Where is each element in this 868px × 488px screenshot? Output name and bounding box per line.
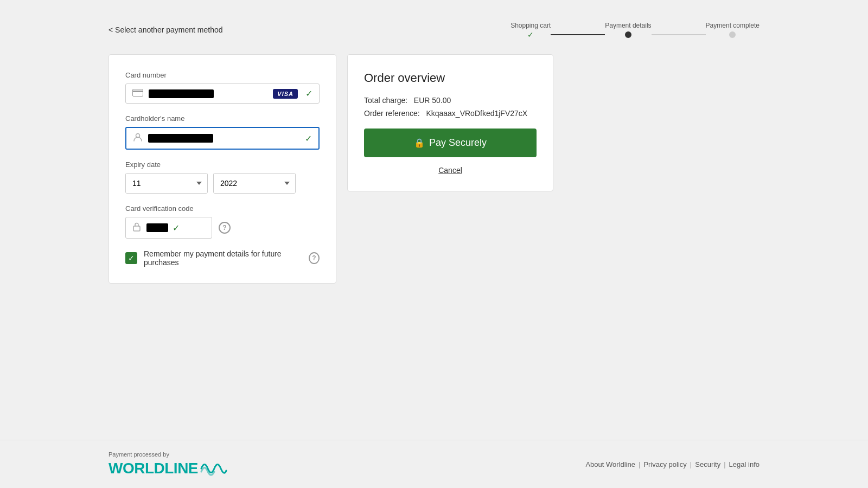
step-shopping-cart-indicator: ✓ bbox=[527, 31, 534, 38]
expiry-row: 01 02 03 04 05 06 07 08 09 10 11 12 bbox=[125, 173, 320, 194]
footer-separator-1: | bbox=[639, 460, 640, 468]
card-icon bbox=[132, 89, 143, 99]
person-icon bbox=[133, 132, 143, 144]
footer-link-security[interactable]: Security bbox=[695, 460, 720, 468]
checkbox-checkmark: ✓ bbox=[128, 254, 135, 262]
pay-securely-button[interactable]: 🔒 Pay Securely bbox=[364, 129, 537, 157]
order-total-label: Total charge: bbox=[364, 96, 407, 105]
top-navigation: < Select another payment method Shopping… bbox=[108, 22, 760, 38]
order-total-row: Total charge: EUR 50.00 bbox=[364, 96, 537, 105]
pay-lock-icon: 🔒 bbox=[414, 138, 425, 148]
order-reference-value: Kkqaaax_VRoDfked1jFV27cX bbox=[426, 109, 527, 118]
footer: Payment processed by WORLDLINE About Wor… bbox=[0, 440, 868, 488]
step-payment-complete-label: Payment complete bbox=[706, 22, 760, 29]
cardholder-label: Cardholder's name bbox=[125, 114, 320, 123]
cancel-link[interactable]: Cancel bbox=[364, 166, 537, 175]
remember-label: Remember my payment details for future p… bbox=[144, 249, 302, 267]
step-shopping-cart-label: Shopping cart bbox=[510, 22, 551, 29]
footer-link-privacy[interactable]: Privacy policy bbox=[643, 460, 686, 468]
card-number-group: Card number VISA ✓ bbox=[125, 71, 320, 104]
step-payment-details-indicator bbox=[625, 31, 631, 38]
footer-link-about[interactable]: About Worldline bbox=[585, 460, 635, 468]
worldline-text: WORLDLINE bbox=[108, 460, 198, 477]
lock-icon bbox=[132, 222, 141, 234]
cardholder-group: Cardholder's name ✓ bbox=[125, 114, 320, 150]
footer-separator-2: | bbox=[690, 460, 692, 468]
footer-link-legal[interactable]: Legal info bbox=[729, 460, 760, 468]
expiry-group: Expiry date 01 02 03 04 05 06 07 08 09 bbox=[125, 160, 320, 194]
svg-rect-0 bbox=[133, 89, 143, 96]
card-number-check-icon: ✓ bbox=[305, 88, 312, 99]
payment-form: Card number VISA ✓ Cardholder's bbox=[108, 54, 336, 284]
svg-rect-3 bbox=[133, 226, 140, 231]
remember-checkbox[interactable]: ✓ bbox=[125, 252, 137, 264]
cvv-check-icon: ✓ bbox=[173, 223, 180, 233]
step-line-2 bbox=[652, 34, 706, 35]
order-overview: Order overview Total charge: EUR 50.00 O… bbox=[347, 54, 553, 191]
step-payment-complete: Payment complete bbox=[706, 22, 760, 38]
cvv-label: Card verification code bbox=[125, 204, 320, 213]
order-total-value: EUR 50.00 bbox=[414, 96, 451, 105]
remember-help-icon[interactable]: ? bbox=[309, 252, 320, 264]
worldline-wave-icon bbox=[200, 461, 227, 476]
step-shopping-cart: Shopping cart ✓ bbox=[510, 22, 551, 38]
step-payment-details: Payment details bbox=[605, 22, 651, 38]
cardholder-check-icon: ✓ bbox=[305, 133, 312, 144]
order-reference-row: Order reference: Kkqaaax_VRoDfked1jFV27c… bbox=[364, 109, 537, 118]
cvv-masked bbox=[146, 223, 168, 232]
cardholder-masked bbox=[148, 134, 213, 143]
order-overview-title: Order overview bbox=[364, 71, 537, 85]
cvv-help-icon[interactable]: ? bbox=[219, 222, 231, 234]
card-number-input-wrapper[interactable]: VISA ✓ bbox=[125, 84, 320, 104]
cardholder-input-wrapper[interactable]: ✓ bbox=[125, 127, 320, 150]
svg-rect-1 bbox=[132, 91, 143, 92]
worldline-logo: WORLDLINE bbox=[108, 460, 227, 477]
expiry-month-wrapper: 01 02 03 04 05 06 07 08 09 10 11 12 bbox=[125, 173, 208, 194]
footer-branding: Payment processed by WORLDLINE bbox=[108, 451, 227, 477]
expiry-label: Expiry date bbox=[125, 160, 320, 169]
visa-badge: VISA bbox=[273, 89, 298, 99]
step-line-1 bbox=[551, 34, 605, 35]
remember-row: ✓ Remember my payment details for future… bbox=[125, 249, 320, 267]
back-link[interactable]: < Select another payment method bbox=[108, 25, 223, 34]
expiry-year-select[interactable]: 2022 2023 2024 2025 2026 2027 2028 2029 … bbox=[214, 174, 295, 193]
expiry-month-select[interactable]: 01 02 03 04 05 06 07 08 09 10 11 12 bbox=[126, 174, 207, 193]
content-area: Card number VISA ✓ Cardholder's bbox=[108, 54, 760, 284]
step-payment-complete-indicator bbox=[729, 31, 736, 38]
footer-links: About Worldline | Privacy policy | Secur… bbox=[585, 460, 760, 468]
expiry-year-wrapper: 2022 2023 2024 2025 2026 2027 2028 2029 … bbox=[213, 173, 296, 194]
card-number-masked bbox=[149, 89, 214, 98]
progress-steps: Shopping cart ✓ Payment details Payment … bbox=[510, 22, 760, 38]
processed-by-label: Payment processed by bbox=[108, 451, 227, 458]
pay-button-label: Pay Securely bbox=[429, 137, 487, 149]
step-payment-details-label: Payment details bbox=[605, 22, 651, 29]
order-reference-label: Order reference: bbox=[364, 109, 420, 118]
cvv-row: ✓ ? bbox=[125, 217, 320, 239]
card-number-label: Card number bbox=[125, 71, 320, 79]
cvv-group: Card verification code ✓ ? bbox=[125, 204, 320, 239]
footer-separator-3: | bbox=[724, 460, 725, 468]
cvv-input-wrapper[interactable]: ✓ bbox=[125, 217, 212, 239]
